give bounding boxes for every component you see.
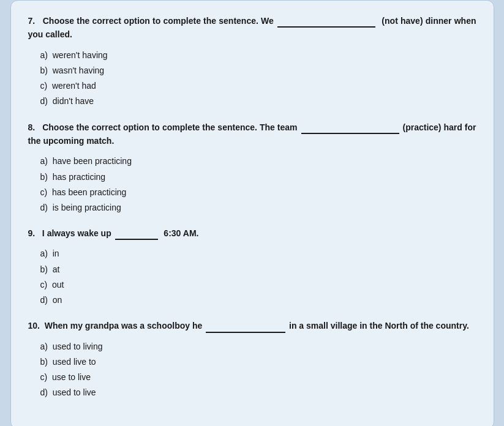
question-9-number: 9. [28,228,40,238]
option-8c: c) has been practicing [40,185,476,200]
question-10-options: a) used to living b) used live to c) use… [28,339,476,401]
question-10-before: When my grandpa was a schoolboy he in a … [45,321,469,331]
option-10b: b) used live to [40,354,476,370]
question-8-options: a) have been practicing b) has practicin… [28,154,476,215]
quiz-card: 7. Choose the correct option to complete… [10,0,494,426]
question-9-options: a) in b) at c) out d) on [28,246,476,308]
option-7b: b) wasn't having [40,63,476,78]
question-10-number: 10. [28,321,42,331]
option-9d: d) on [40,293,476,308]
option-9b: b) at [40,262,476,277]
question-7-text: 7. Choose the correct option to complete… [28,14,476,42]
question-8-text: 8. Choose the correct option to complete… [28,121,476,148]
question-8-before: Choose the correct option to complete th… [28,122,476,146]
option-9a: a) in [40,246,476,261]
option-10a: a) used to living [40,339,476,354]
question-9-before: I always wake up [42,228,111,238]
question-9: 9. I always wake up 6:30 AM. a) in b) at… [28,226,476,308]
question-8: 8. Choose the correct option to complete… [28,121,476,216]
question-8-number: 8. [28,122,40,132]
question-10-blank [206,332,285,333]
question-7-options: a) weren't having b) wasn't having c) we… [28,48,476,110]
option-9c: c) out [40,277,476,293]
option-10d: d) used to live [40,385,476,400]
question-9-after: 6:30 AM. [161,228,198,238]
option-7d: d) didn't have [40,94,476,109]
question-7-number: 7. [28,16,40,26]
question-9-text: 9. I always wake up 6:30 AM. [28,226,476,240]
option-8b: b) has practicing [40,170,476,185]
question-7-blank [277,26,375,28]
option-7c: c) weren't had [40,78,476,94]
option-8d: d) is being practicing [40,200,476,215]
question-10: 10. When my grandpa was a schoolboy he i… [28,319,476,400]
question-10-text: 10. When my grandpa was a schoolboy he i… [28,319,476,332]
question-7-before: Choose the correct option to complete th… [43,16,274,26]
question-8-blank [301,133,399,134]
option-8a: a) have been practicing [40,154,476,169]
question-9-blank [115,239,158,240]
option-10c: c) use to live [40,370,476,385]
option-7a: a) weren't having [40,48,476,63]
question-7: 7. Choose the correct option to complete… [28,14,476,110]
